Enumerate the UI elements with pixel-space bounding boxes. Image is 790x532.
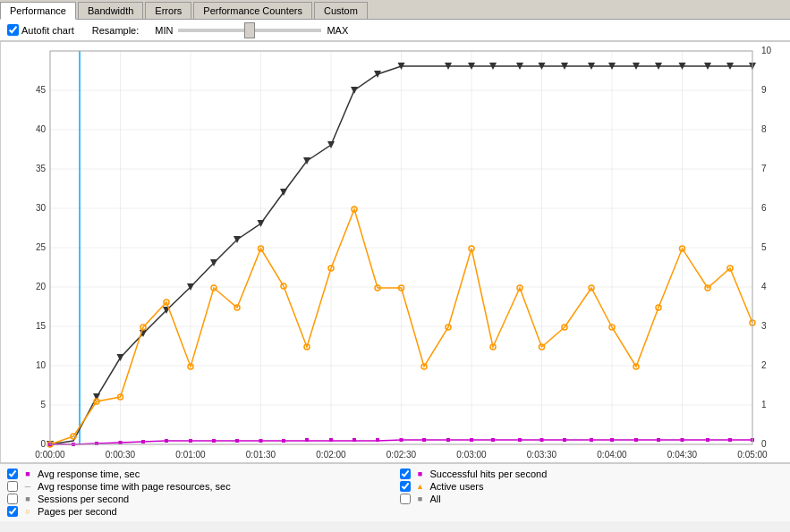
- autofit-label[interactable]: Autofit chart: [7, 24, 74, 36]
- svg-text:0:02:30: 0:02:30: [387, 450, 417, 460]
- svg-rect-122: [189, 439, 192, 443]
- tab-performance[interactable]: Performance: [0, 2, 76, 20]
- legend-checkbox-successful-hits[interactable]: [400, 469, 411, 479]
- legend-label-avg-response: Avg response time, sec: [38, 469, 140, 479]
- svg-text:4: 4: [761, 282, 767, 291]
- svg-text:0:02:00: 0:02:00: [316, 450, 346, 460]
- tab-errors[interactable]: Errors: [145, 2, 191, 19]
- svg-text:25: 25: [36, 242, 47, 252]
- svg-rect-137: [540, 438, 544, 442]
- resample-slider[interactable]: [178, 29, 321, 32]
- legend-checkbox-active-users[interactable]: [400, 481, 411, 492]
- legend-checkbox-all[interactable]: [400, 494, 411, 504]
- legend-item-all: ■ All: [400, 494, 784, 504]
- svg-rect-121: [165, 439, 168, 443]
- legend-item-pages: ○ Pages per second: [7, 506, 391, 517]
- svg-text:0:01:30: 0:01:30: [246, 450, 276, 460]
- autofit-text: Autofit chart: [21, 25, 74, 36]
- legend-label-all: All: [430, 494, 441, 504]
- svg-text:10: 10: [761, 46, 772, 55]
- svg-rect-127: [305, 438, 309, 442]
- svg-text:45: 45: [36, 85, 47, 95]
- autofit-checkbox[interactable]: [7, 24, 19, 36]
- legend-item-active-users: ▲ Active users: [400, 481, 784, 492]
- legend-icon-avg-response: ■: [21, 469, 34, 478]
- svg-rect-125: [259, 439, 263, 443]
- svg-text:9: 9: [761, 85, 767, 95]
- svg-text:0: 0: [761, 439, 767, 449]
- svg-rect-140: [610, 438, 614, 442]
- tab-custom[interactable]: Custom: [314, 2, 368, 19]
- svg-text:35: 35: [36, 164, 47, 173]
- svg-text:0:00:00: 0:00:00: [35, 450, 65, 460]
- svg-rect-132: [422, 438, 426, 442]
- svg-text:0:04:30: 0:04:30: [667, 450, 698, 460]
- legend-item-avg-response-resources: ─ Avg response time with page resources,…: [7, 481, 391, 492]
- toolbar: Autofit chart Resample: MIN MAX: [0, 20, 790, 41]
- svg-rect-129: [353, 438, 356, 442]
- legend-label-sessions: Sessions per second: [38, 494, 129, 504]
- svg-rect-131: [400, 438, 403, 442]
- svg-rect-130: [376, 438, 379, 442]
- svg-text:3: 3: [761, 321, 767, 331]
- max-label: MAX: [327, 25, 348, 36]
- svg-rect-138: [563, 438, 566, 442]
- svg-rect-134: [470, 438, 473, 442]
- tabs-bar: Performance Bandwidth Errors Performance…: [0, 0, 790, 20]
- svg-text:10: 10: [36, 360, 47, 370]
- legend-checkbox-avg-response-resources[interactable]: [7, 481, 18, 492]
- legend-checkbox-avg-response[interactable]: [7, 469, 18, 479]
- svg-rect-144: [706, 438, 709, 442]
- legend-icon-active-users: ▲: [414, 482, 427, 491]
- tab-performance-counters[interactable]: Performance Counters: [193, 2, 312, 19]
- legend-icon-avg-response-resources: ─: [21, 482, 34, 491]
- min-label: MIN: [155, 25, 173, 36]
- legend-icon-successful-hits: ■: [414, 469, 427, 478]
- slider-container: MIN MAX: [155, 25, 348, 36]
- legend-item-sessions: ■ Sessions per second: [7, 494, 391, 504]
- svg-rect-119: [119, 441, 123, 444]
- svg-text:40: 40: [36, 124, 47, 134]
- svg-text:8: 8: [761, 124, 767, 134]
- svg-text:15: 15: [36, 321, 47, 331]
- legend-icon-pages: ○: [21, 507, 34, 516]
- svg-rect-141: [634, 438, 638, 442]
- legend-item-successful-hits: ■ Successful hits per second: [400, 469, 784, 479]
- legend-label-active-users: Active users: [430, 481, 484, 492]
- svg-rect-142: [657, 438, 660, 442]
- svg-text:6: 6: [761, 203, 767, 213]
- svg-rect-133: [446, 438, 450, 442]
- svg-text:0:05:00: 0:05:00: [737, 450, 768, 460]
- svg-rect-124: [235, 439, 239, 443]
- performance-chart: 0 5 10 15 20 25 30 35 40 45 0 1 2 3 4 5 …: [1, 42, 790, 462]
- legend-icon-sessions: ■: [21, 494, 34, 503]
- svg-text:7: 7: [761, 164, 767, 173]
- legend-icon-all: ■: [414, 494, 427, 503]
- svg-rect-128: [329, 438, 333, 442]
- svg-rect-126: [282, 439, 285, 443]
- svg-text:0:04:00: 0:04:00: [597, 450, 627, 460]
- svg-rect-145: [728, 438, 732, 442]
- legend-label-successful-hits: Successful hits per second: [430, 469, 548, 479]
- svg-text:0:01:00: 0:01:00: [175, 450, 206, 460]
- svg-text:0:03:00: 0:03:00: [456, 450, 487, 460]
- legend-label-pages: Pages per second: [38, 506, 117, 517]
- svg-text:0:00:30: 0:00:30: [106, 450, 136, 460]
- tab-bandwidth[interactable]: Bandwidth: [78, 2, 143, 19]
- chart-area: 0 5 10 15 20 25 30 35 40 45 0 1 2 3 4 5 …: [0, 41, 790, 463]
- svg-rect-135: [491, 438, 495, 442]
- resample-label: Resample:: [92, 25, 140, 36]
- svg-text:0:03:30: 0:03:30: [527, 450, 557, 460]
- legend-checkbox-sessions[interactable]: [7, 494, 18, 504]
- svg-text:0: 0: [40, 439, 46, 449]
- legend: ■ Avg response time, sec ■ Successful hi…: [0, 463, 790, 521]
- svg-rect-143: [681, 438, 684, 442]
- svg-text:1: 1: [761, 400, 767, 410]
- legend-checkbox-pages[interactable]: [7, 506, 18, 517]
- legend-item-avg-response: ■ Avg response time, sec: [7, 469, 391, 479]
- svg-rect-120: [141, 440, 145, 443]
- svg-text:5: 5: [761, 242, 767, 252]
- svg-text:2: 2: [761, 360, 767, 370]
- svg-text:20: 20: [36, 282, 47, 291]
- svg-text:5: 5: [40, 400, 46, 410]
